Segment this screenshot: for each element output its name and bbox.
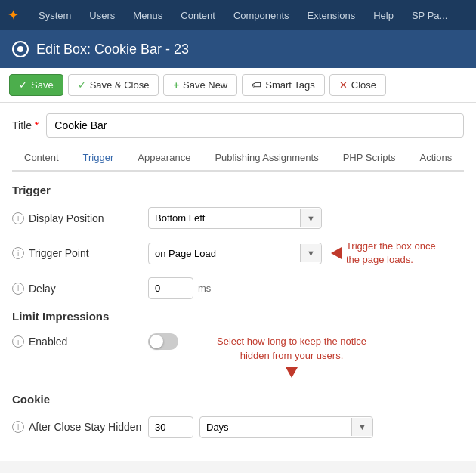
info-icon-display[interactable]: i (12, 212, 24, 224)
page-title: Edit Box: Cookie Bar - 23 (36, 42, 189, 57)
check-icon: ✓ (78, 79, 86, 91)
after-close-input[interactable] (148, 416, 193, 438)
delay-unit: ms (198, 283, 211, 294)
delay-row: i Delay ms (12, 277, 464, 299)
chevron-down-icon: ▼ (300, 209, 321, 227)
trigger-point-select-wrap: on Page Load on Scroll on Exit Intent on… (148, 243, 322, 264)
trigger-annotation-arrow: Trigger the box once the page loads. (331, 240, 444, 267)
x-icon: ✕ (339, 79, 348, 91)
enabled-row-wrap: i Enabled Select how long to keep the no… (12, 333, 464, 377)
save-new-label: Save New (183, 79, 227, 91)
chevron-down-icon-2: ▼ (300, 244, 321, 262)
delay-input[interactable] (148, 277, 193, 299)
enabled-label-wrap: i Enabled (12, 335, 148, 348)
delay-input-wrap: ms (148, 277, 211, 299)
tag-icon: 🏷 (252, 79, 261, 91)
plus-icon: + (173, 79, 179, 91)
trigger-point-label-wrap: i Trigger Point (12, 247, 148, 259)
close-button[interactable]: ✕ Close (329, 74, 386, 96)
main-content: Title * Content Trigger Appearance Publi… (0, 103, 476, 461)
limit-impressions-section: Limit Impressions i Enabled Select how l… (12, 310, 464, 377)
display-position-select[interactable]: Bottom Left Bottom Right Top Left Top Ri… (149, 208, 300, 228)
trigger-section: Trigger i Display Position Bottom Left B… (12, 184, 464, 299)
nav-system[interactable]: System (37, 7, 73, 24)
after-close-label-wrap: i After Close Stay Hidden (12, 421, 148, 433)
nav-help[interactable]: Help (372, 7, 395, 24)
nav-components[interactable]: Components (232, 7, 291, 24)
display-position-row: i Display Position Bottom Left Bottom Ri… (12, 207, 464, 229)
smart-tags-button[interactable]: 🏷 Smart Tags (242, 74, 325, 96)
display-position-select-wrap: Bottom Left Bottom Right Top Left Top Ri… (148, 207, 322, 229)
delay-label-wrap: i Delay (12, 283, 148, 295)
tab-publishing[interactable]: Publishing Assignments (202, 145, 330, 172)
info-icon-cookie[interactable]: i (12, 421, 24, 433)
cookie-annotation: Select how long to keep the notice hidde… (209, 335, 375, 377)
enabled-label: Enabled (29, 335, 67, 348)
nav-menus[interactable]: Menus (131, 7, 164, 24)
after-close-unit-select[interactable]: Days Hours Minutes Seconds (200, 417, 351, 437)
trigger-section-title: Trigger (12, 184, 464, 196)
nav-sp[interactable]: SP Pa... (410, 7, 449, 24)
save-new-button[interactable]: + Save New (163, 74, 237, 96)
title-input[interactable] (46, 113, 464, 138)
after-close-label: After Close Stay Hidden (29, 421, 141, 433)
title-bar: Edit Box: Cookie Bar - 23 (0, 30, 476, 68)
nav-users[interactable]: Users (88, 7, 116, 24)
enabled-row: i Enabled (12, 333, 178, 350)
after-close-unit-select-wrap: Days Hours Minutes Seconds ▼ (199, 416, 373, 438)
tab-php[interactable]: PHP Scripts (331, 145, 408, 172)
top-navigation: ✦ System Users Menus Content Components … (0, 0, 476, 30)
tab-appearance[interactable]: Appearance (125, 145, 202, 172)
info-icon-enabled[interactable]: i (12, 335, 24, 348)
smart-tags-label: Smart Tags (265, 79, 315, 91)
delay-label: Delay (29, 283, 56, 295)
left-arrow-icon (331, 247, 342, 259)
trigger-annotation-text: Trigger the box once the page loads. (346, 240, 444, 267)
after-close-row: i After Close Stay Hidden Days Hours Min… (12, 416, 464, 438)
tab-actions[interactable]: Actions (408, 145, 464, 172)
info-icon-delay[interactable]: i (12, 283, 24, 295)
display-position-label: Display Position (29, 212, 104, 224)
close-label: Close (351, 79, 376, 91)
record-icon (12, 41, 29, 57)
after-close-inputs: Days Hours Minutes Seconds ▼ (148, 416, 373, 438)
toolbar: ✓ Save ✓ Save & Close + Save New 🏷 Smart… (0, 68, 476, 103)
tab-trigger[interactable]: Trigger (71, 145, 126, 172)
nav-extensions[interactable]: Extensions (306, 7, 357, 24)
tab-bar: Content Trigger Appearance Publishing As… (12, 145, 464, 172)
trigger-point-row: i Trigger Point on Page Load on Scroll o… (12, 240, 464, 267)
trigger-point-select[interactable]: on Page Load on Scroll on Exit Intent on… (149, 243, 300, 264)
save-button[interactable]: ✓ Save (9, 74, 63, 96)
save-label: Save (31, 79, 54, 91)
tab-content[interactable]: Content (12, 145, 71, 172)
cookie-annotation-text: Select how long to keep the notice hidde… (209, 335, 375, 362)
limit-impressions-title: Limit Impressions (12, 310, 464, 323)
save-icon: ✓ (19, 79, 27, 91)
display-position-label-wrap: i Display Position (12, 212, 148, 224)
down-arrow-icon (286, 367, 298, 378)
enabled-toggle[interactable] (148, 333, 178, 350)
cookie-section-title: Cookie (12, 393, 464, 406)
required-marker: * (35, 119, 39, 131)
trigger-point-label: Trigger Point (29, 247, 89, 259)
save-close-button[interactable]: ✓ Save & Close (68, 74, 159, 96)
title-label: Title * (12, 119, 39, 131)
title-row: Title * (12, 103, 464, 145)
joomla-logo: ✦ (8, 7, 19, 23)
chevron-down-icon-3: ▼ (351, 418, 372, 436)
nav-content[interactable]: Content (179, 7, 217, 24)
cookie-section: Cookie i After Close Stay Hidden Days Ho… (12, 393, 464, 438)
info-icon-trigger[interactable]: i (12, 247, 24, 259)
save-close-label: Save & Close (90, 79, 150, 91)
